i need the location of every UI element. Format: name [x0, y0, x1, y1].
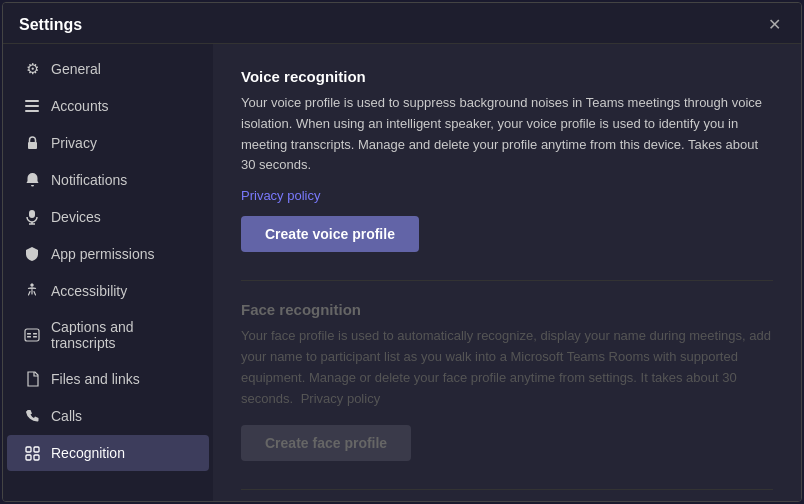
svg-rect-10 [27, 333, 31, 335]
sidebar-item-accounts[interactable]: Accounts [7, 88, 209, 124]
sidebar-item-label: Privacy [51, 135, 97, 151]
sidebar-item-calls[interactable]: Calls [7, 398, 209, 434]
sidebar-item-privacy[interactable]: Privacy [7, 125, 209, 161]
voice-recognition-title: Voice recognition [241, 68, 773, 85]
sidebar-item-label: Devices [51, 209, 101, 225]
svg-rect-15 [34, 447, 39, 452]
accounts-icon [23, 97, 41, 115]
svg-rect-16 [26, 455, 31, 460]
face-recognition-title: Face recognition [241, 301, 773, 318]
svg-rect-9 [25, 329, 39, 341]
voice-recognition-desc: Your voice profile is used to suppress b… [241, 93, 773, 176]
svg-rect-0 [25, 100, 39, 102]
voice-recognition-section: Voice recognition Your voice profile is … [241, 68, 773, 252]
voice-privacy-link[interactable]: Privacy policy [241, 188, 320, 203]
sidebar-item-label: Recognition [51, 445, 125, 461]
create-voice-profile-button[interactable]: Create voice profile [241, 216, 419, 252]
recognition-icon [23, 444, 41, 462]
file-icon [23, 370, 41, 388]
section-divider-2 [241, 489, 773, 490]
svg-point-8 [31, 284, 34, 287]
svg-rect-4 [29, 210, 35, 218]
section-divider [241, 280, 773, 281]
svg-rect-17 [34, 455, 39, 460]
gear-icon: ⚙ [23, 60, 41, 78]
close-button[interactable]: ✕ [764, 15, 785, 35]
svg-rect-2 [25, 110, 39, 112]
sidebar-item-label: Accounts [51, 98, 109, 114]
shield-icon [23, 245, 41, 263]
sidebar-item-recognition[interactable]: Recognition [7, 435, 209, 471]
svg-rect-11 [33, 333, 37, 335]
sidebar-item-label: Captions and transcripts [51, 319, 193, 351]
content-area: ⚙ General Accounts [3, 44, 801, 501]
bell-icon [23, 171, 41, 189]
sidebar-item-label: General [51, 61, 101, 77]
sidebar-item-captions[interactable]: Captions and transcripts [7, 310, 209, 360]
sidebar-item-files-links[interactable]: Files and links [7, 361, 209, 397]
sidebar-item-label: App permissions [51, 246, 155, 262]
svg-rect-13 [33, 336, 37, 338]
sidebar-item-general[interactable]: ⚙ General [7, 51, 209, 87]
settings-window: Settings ✕ ⚙ General Accounts [2, 2, 802, 502]
title-bar: Settings ✕ [3, 3, 801, 44]
captions-icon [23, 326, 41, 344]
sidebar: ⚙ General Accounts [3, 44, 213, 501]
svg-rect-3 [28, 142, 37, 149]
face-recognition-desc: Your face profile is used to automatical… [241, 326, 773, 409]
sidebar-item-label: Accessibility [51, 283, 127, 299]
face-privacy-link: Privacy policy [301, 391, 380, 406]
svg-rect-1 [25, 105, 39, 107]
sidebar-item-notifications[interactable]: Notifications [7, 162, 209, 198]
window-title: Settings [19, 16, 82, 34]
sidebar-item-label: Calls [51, 408, 82, 424]
main-panel: Voice recognition Your voice profile is … [213, 44, 801, 501]
lock-icon [23, 134, 41, 152]
svg-rect-12 [27, 336, 31, 338]
sidebar-item-label: Notifications [51, 172, 127, 188]
svg-rect-14 [26, 447, 31, 452]
create-face-profile-button: Create face profile [241, 425, 411, 461]
accessibility-icon [23, 282, 41, 300]
sidebar-item-devices[interactable]: Devices [7, 199, 209, 235]
mic-icon [23, 208, 41, 226]
phone-icon [23, 407, 41, 425]
face-recognition-section: Face recognition Your face profile is us… [241, 301, 773, 461]
sidebar-item-app-permissions[interactable]: App permissions [7, 236, 209, 272]
sidebar-item-accessibility[interactable]: Accessibility [7, 273, 209, 309]
sidebar-item-label: Files and links [51, 371, 140, 387]
